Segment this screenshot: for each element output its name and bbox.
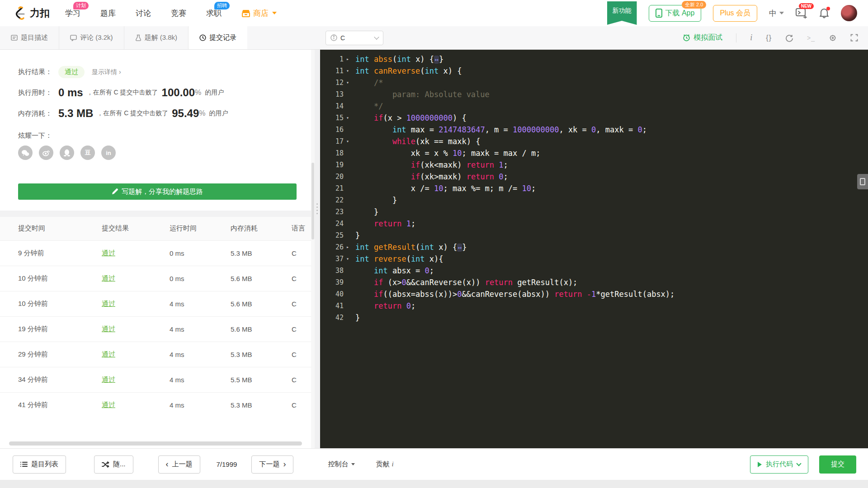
fold-arrow-icon[interactable] — [344, 265, 352, 277]
submit-button[interactable]: 提交 — [819, 455, 856, 474]
splitter-handle-icon — [316, 203, 318, 214]
run-code-button[interactable]: 执行代码 — [750, 455, 808, 474]
submission-result-link[interactable]: 通过 — [102, 350, 115, 358]
plus-member-button[interactable]: Plus 会员 — [713, 5, 757, 22]
fold-arrow-icon[interactable] — [344, 206, 352, 218]
fold-arrow-icon[interactable] — [344, 277, 352, 288]
vertical-scrollbar-track[interactable] — [311, 50, 315, 448]
tab-label: 题目描述 — [21, 33, 48, 42]
fold-arrow-icon[interactable] — [344, 194, 352, 206]
wechat-icon[interactable] — [18, 145, 33, 160]
fold-arrow-icon[interactable] — [344, 218, 352, 230]
fold-arrow-icon[interactable] — [344, 159, 352, 171]
reset-code-icon[interactable] — [785, 34, 793, 42]
fold-arrow-icon[interactable] — [344, 312, 352, 324]
fold-arrow-icon[interactable] — [344, 230, 352, 241]
table-row[interactable]: 10 分钟前通过4 ms5.6 MBC — [0, 291, 315, 316]
fold-arrow-icon[interactable]: ▾ — [344, 65, 352, 77]
avatar[interactable] — [841, 5, 857, 21]
console-toggle[interactable]: 控制台 — [328, 460, 355, 469]
table-row[interactable]: 34 分钟前通过4 ms5.5 MBC — [0, 367, 315, 392]
fold-arrow-icon[interactable] — [344, 89, 352, 100]
weibo-icon[interactable] — [39, 145, 53, 160]
cell-result[interactable]: 通过 — [102, 342, 170, 367]
fold-arrow-icon[interactable]: ▸ — [344, 241, 352, 253]
random-problem-button[interactable]: 随... — [94, 455, 133, 474]
fold-arrow-icon[interactable] — [344, 171, 352, 183]
nav-item-learn[interactable]: 学习计划 — [65, 8, 80, 19]
douban-icon[interactable]: 豆 — [80, 145, 95, 160]
tab-submissions[interactable]: 提交记录 — [189, 26, 247, 49]
cell-result[interactable]: 通过 — [102, 291, 170, 316]
nav-item-jobs[interactable]: 求职招聘 — [206, 8, 222, 19]
terminal-icon[interactable]: >_ — [807, 34, 815, 42]
fold-arrow-icon[interactable] — [344, 100, 352, 112]
tab-description[interactable]: 题目描述 — [0, 26, 59, 49]
cell-result[interactable]: 通过 — [102, 392, 170, 418]
cell-time: 41 分钟前 — [0, 392, 102, 418]
editor-info-icon[interactable]: i — [750, 33, 752, 42]
submission-result-link[interactable]: 通过 — [102, 274, 115, 282]
table-row[interactable]: 29 分钟前通过4 ms5.3 MBC — [0, 342, 315, 367]
table-row[interactable]: 9 分钟前通过0 ms5.3 MBC — [0, 240, 315, 266]
submission-result-link[interactable]: 通过 — [102, 375, 115, 383]
table-row[interactable]: 19 分钟前通过4 ms5.6 MBC — [0, 316, 315, 342]
language-select[interactable]: C — [326, 31, 383, 45]
tab-comments[interactable]: 评论 (3.2k) — [59, 26, 124, 49]
fold-arrow-icon[interactable]: ▾ — [344, 112, 352, 124]
cell-result[interactable]: 通过 — [102, 367, 170, 392]
cell-result[interactable]: 通过 — [102, 240, 170, 266]
settings-gear-icon[interactable] — [829, 34, 837, 42]
format-code-icon[interactable]: {} — [766, 34, 772, 42]
contribute-link[interactable]: 贡献 i — [376, 460, 393, 469]
new-feature-ribbon[interactable]: 新功能 — [607, 1, 637, 25]
write-solution-button[interactable]: 写题解，分享我的解题思路 — [18, 183, 297, 200]
fold-arrow-icon[interactable] — [344, 183, 352, 194]
code-editor[interactable]: 1▸int abss(int x) {↔}11▾int canReverse(i… — [320, 50, 868, 448]
problem-list-button[interactable]: 题目列表 — [13, 455, 66, 474]
tab-solutions[interactable]: 题解 (3.8k) — [124, 26, 189, 49]
result-section: 执行结果： 通过 显示详情 › 执行用时： 0 ms ，在所有 C 提交中击败了… — [0, 50, 315, 200]
submission-result-link[interactable]: 通过 — [102, 249, 115, 257]
table-row[interactable]: 10 分钟前通过0 ms5.6 MBC — [0, 266, 315, 291]
notifications-button[interactable] — [819, 8, 829, 19]
next-problem-button[interactable]: 下一题 › — [251, 455, 293, 474]
vertical-scrollbar-thumb[interactable] — [311, 163, 314, 239]
fold-arrow-icon[interactable]: ▾ — [344, 253, 352, 265]
fold-arrow-icon[interactable] — [344, 288, 352, 300]
linkedin-icon[interactable]: in — [101, 145, 116, 160]
info-italic-icon: i — [392, 460, 393, 468]
language-switcher[interactable]: 中 — [769, 8, 784, 19]
fullscreen-icon[interactable] — [850, 34, 858, 42]
code-text: if (x>0&&canReverse(x)) return getResult… — [355, 277, 577, 288]
submission-result-link[interactable]: 通过 — [102, 325, 115, 333]
fold-arrow-icon[interactable] — [344, 124, 352, 136]
fold-arrow-icon[interactable]: ▾ — [344, 77, 352, 89]
panel-splitter[interactable] — [315, 50, 320, 448]
console-label: 控制台 — [328, 460, 348, 469]
fold-arrow-icon[interactable]: ▾ — [344, 136, 352, 147]
cell-result[interactable]: 通过 — [102, 316, 170, 342]
horizontal-scrollbar[interactable] — [9, 441, 302, 446]
download-app-button[interactable]: 下载 App 全新 2.0 — [649, 5, 702, 22]
cell-result[interactable]: 通过 — [102, 266, 170, 291]
table-row[interactable]: 41 分钟前通过4 ms5.3 MBC — [0, 392, 315, 418]
fold-arrow-icon[interactable] — [344, 147, 352, 159]
qq-icon[interactable] — [60, 145, 74, 160]
prev-problem-button[interactable]: ‹ 上一题 — [158, 455, 200, 474]
nav-item-shop[interactable]: 商店 — [241, 8, 277, 19]
nav-item-contest[interactable]: 竞赛 — [171, 8, 186, 19]
fold-arrow-icon[interactable] — [344, 300, 352, 312]
mock-interview-button[interactable]: 模拟面试 — [683, 33, 722, 42]
line-number: 40 — [320, 288, 344, 300]
code-text: if(xk<maxk) return 1; — [355, 159, 508, 171]
fold-arrow-icon[interactable]: ▸ — [344, 53, 352, 65]
nav-item-problems[interactable]: 题库 — [100, 8, 116, 19]
show-details-link[interactable]: 显示详情 › — [92, 68, 121, 76]
nav-item-discuss[interactable]: 讨论 — [136, 8, 151, 19]
scratchpad-toggle[interactable] — [857, 174, 868, 189]
leetcode-logo[interactable]: 力扣 — [13, 5, 50, 21]
playground-button[interactable]: NEW — [796, 8, 807, 19]
submission-result-link[interactable]: 通过 — [102, 401, 115, 408]
submission-result-link[interactable]: 通过 — [102, 300, 115, 307]
